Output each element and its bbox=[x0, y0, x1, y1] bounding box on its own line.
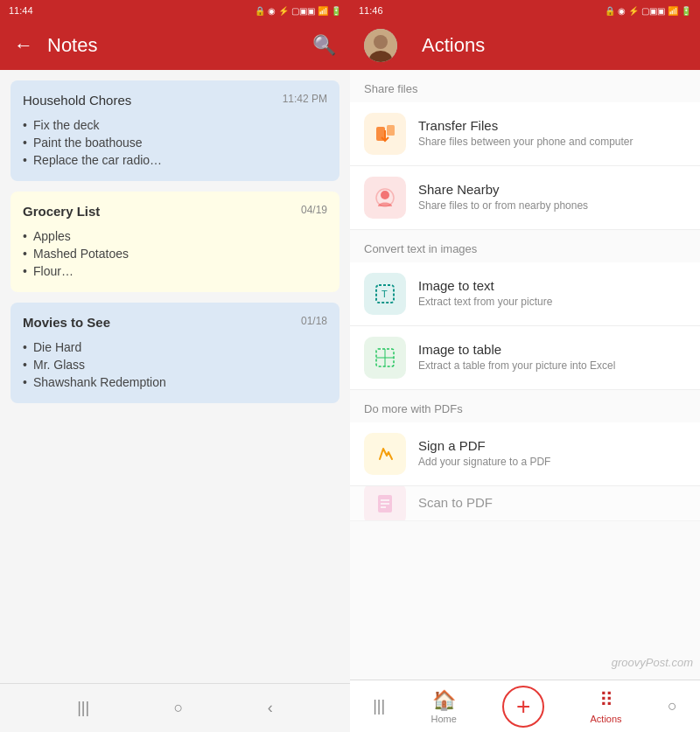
home-label: Home bbox=[431, 714, 457, 724]
left-status-icons: 🔒 ◉ ⚡ ▢▣▣ 📶 🔋 bbox=[255, 6, 341, 16]
actions-title: Actions bbox=[422, 34, 686, 57]
note-item: Mr. Glass bbox=[23, 356, 327, 373]
watermark: groovyPost.com bbox=[605, 652, 700, 673]
note-card-3[interactable]: Movies to See 01/18 Die Hard Mr. Glass S… bbox=[10, 303, 340, 403]
transfer-files-desc: Share files between your phone and compu… bbox=[418, 136, 686, 150]
action-sign-pdf[interactable]: Sign a PDF Add your signature to a PDF bbox=[350, 422, 700, 486]
note-item: Replace the car radio… bbox=[23, 151, 327, 169]
note-title-2: Grocery List bbox=[23, 204, 100, 219]
note-item: Die Hard bbox=[23, 338, 327, 356]
sign-pdf-icon-wrap bbox=[364, 433, 406, 475]
note-header-1: Household Chores 11:42 PM bbox=[23, 93, 327, 108]
right-status-icons: 🔒 ◉ ⚡ ▢▣▣ 📶 🔋 bbox=[605, 6, 691, 16]
transfer-files-text: Transfer Files Share files between your … bbox=[418, 118, 686, 150]
image-to-text-icon-wrap: T bbox=[364, 273, 406, 315]
note-date-1: 11:42 PM bbox=[283, 93, 327, 105]
right-gesture-home[interactable]: ○ bbox=[668, 697, 677, 715]
share-nearby-text: Share Nearby Share files to or from near… bbox=[418, 182, 686, 213]
left-app-bar: ← Notes 🔍 bbox=[0, 21, 350, 70]
image-to-table-desc: Extract a table from your picture into E… bbox=[418, 359, 686, 373]
gesture-recent[interactable]: ||| bbox=[77, 699, 89, 717]
sign-pdf-desc: Add your signature to a PDF bbox=[418, 456, 686, 470]
action-share-nearby[interactable]: Share Nearby Share files to or from near… bbox=[350, 166, 700, 230]
share-nearby-icon bbox=[373, 185, 397, 210]
left-bottom-nav: ||| ○ ‹ bbox=[0, 683, 350, 732]
note-item: Apples bbox=[23, 227, 327, 245]
left-panel: 11:44 🔒 ◉ ⚡ ▢▣▣ 📶 🔋 ← Notes 🔍 Household … bbox=[0, 0, 350, 732]
note-date-3: 01/18 bbox=[301, 315, 327, 327]
svg-text:T: T bbox=[382, 289, 388, 299]
image-to-text-icon: T bbox=[373, 282, 397, 306]
svg-rect-4 bbox=[387, 125, 395, 136]
home-icon: 🏠 bbox=[432, 689, 456, 712]
note-title-3: Movies to See bbox=[23, 315, 110, 330]
actions-icon: ⠿ bbox=[599, 689, 613, 712]
right-status-time: 11:46 bbox=[359, 5, 383, 16]
scan-pdf-text: Scan to PDF bbox=[418, 495, 686, 512]
sign-pdf-name: Sign a PDF bbox=[418, 438, 686, 453]
image-to-table-text: Image to table Extract a table from your… bbox=[418, 342, 686, 373]
section-pdfs: Do more with PDFs Sign a PDF Add your si… bbox=[350, 390, 700, 521]
action-transfer-files[interactable]: Transfer Files Share files between your … bbox=[350, 102, 700, 166]
image-to-table-name: Image to table bbox=[418, 342, 686, 357]
transfer-files-icon bbox=[373, 122, 397, 146]
note-items-3: Die Hard Mr. Glass Shawshank Redemption bbox=[23, 338, 327, 391]
transfer-files-name: Transfer Files bbox=[418, 118, 686, 133]
note-header-2: Grocery List 04/19 bbox=[23, 204, 327, 219]
note-item: Paint the boathouse bbox=[23, 134, 327, 151]
section-share-files: Share files Transfer Files Share files b… bbox=[350, 70, 700, 230]
note-items-2: Apples Mashed Potatoes Flour… bbox=[23, 227, 327, 280]
share-nearby-icon-wrap bbox=[364, 177, 406, 219]
transfer-files-icon-wrap bbox=[364, 113, 406, 155]
section-convert-text: Convert text in images T Image to text E… bbox=[350, 230, 700, 390]
fab-add-button[interactable]: + bbox=[502, 686, 544, 728]
right-app-bar: Actions bbox=[350, 21, 700, 70]
note-item: Flour… bbox=[23, 262, 327, 280]
sign-pdf-text: Sign a PDF Add your signature to a PDF bbox=[418, 438, 686, 470]
right-bottom-nav: ||| 🏠 Home + ⠿ Actions ○ bbox=[350, 680, 700, 732]
section-label-share: Share files bbox=[350, 70, 700, 102]
notes-title: Notes bbox=[47, 34, 312, 57]
action-image-to-table[interactable]: Image to table Extract a table from your… bbox=[350, 326, 700, 390]
nav-home[interactable]: 🏠 Home bbox=[431, 689, 457, 724]
action-image-to-text[interactable]: T Image to text Extract text from your p… bbox=[350, 262, 700, 326]
right-status-bar: 11:46 🔒 ◉ ⚡ ▢▣▣ 📶 🔋 bbox=[350, 0, 700, 21]
scan-pdf-name: Scan to PDF bbox=[418, 495, 686, 510]
avatar[interactable] bbox=[364, 29, 397, 62]
note-header-3: Movies to See 01/18 bbox=[23, 315, 327, 330]
share-nearby-name: Share Nearby bbox=[418, 182, 686, 197]
back-button[interactable]: ← bbox=[14, 34, 33, 57]
image-to-text-desc: Extract text from your picture bbox=[418, 296, 686, 310]
left-status-time: 11:44 bbox=[9, 5, 33, 16]
scan-pdf-icon-wrap bbox=[364, 486, 406, 521]
action-scan-pdf[interactable]: Scan to PDF bbox=[350, 486, 700, 521]
image-to-text-text: Image to text Extract text from your pic… bbox=[418, 278, 686, 310]
note-card-2[interactable]: Grocery List 04/19 Apples Mashed Potatoe… bbox=[10, 192, 340, 292]
sign-pdf-icon bbox=[373, 442, 397, 466]
note-title-1: Household Chores bbox=[23, 93, 131, 108]
note-date-2: 04/19 bbox=[301, 204, 327, 216]
svg-point-6 bbox=[381, 191, 389, 199]
section-label-convert: Convert text in images bbox=[350, 230, 700, 262]
image-to-table-icon bbox=[373, 345, 397, 370]
image-to-table-icon-wrap bbox=[364, 337, 406, 379]
note-item: Mashed Potatoes bbox=[23, 245, 327, 262]
nav-actions[interactable]: ⠿ Actions bbox=[591, 689, 622, 724]
share-nearby-desc: Share files to or from nearby phones bbox=[418, 199, 686, 213]
note-item: Shawshank Redemption bbox=[23, 373, 327, 391]
right-gesture-recent[interactable]: ||| bbox=[373, 697, 385, 715]
left-status-bar: 11:44 🔒 ◉ ⚡ ▢▣▣ 📶 🔋 bbox=[0, 0, 350, 21]
note-card-1[interactable]: Household Chores 11:42 PM Fix the deck P… bbox=[10, 80, 340, 181]
scan-pdf-icon bbox=[373, 491, 397, 516]
notes-list: Household Chores 11:42 PM Fix the deck P… bbox=[0, 70, 350, 683]
note-item: Fix the deck bbox=[23, 116, 327, 134]
gesture-home[interactable]: ○ bbox=[174, 699, 184, 717]
gesture-back[interactable]: ‹ bbox=[268, 699, 273, 717]
actions-nav-label: Actions bbox=[591, 714, 622, 724]
image-to-text-name: Image to text bbox=[418, 278, 686, 293]
section-label-pdfs: Do more with PDFs bbox=[350, 390, 700, 422]
actions-content: Share files Transfer Files Share files b… bbox=[350, 70, 700, 680]
svg-point-1 bbox=[374, 35, 388, 49]
right-panel: 11:46 🔒 ◉ ⚡ ▢▣▣ 📶 🔋 Actions Share files bbox=[350, 0, 700, 732]
search-icon[interactable]: 🔍 bbox=[312, 34, 336, 57]
